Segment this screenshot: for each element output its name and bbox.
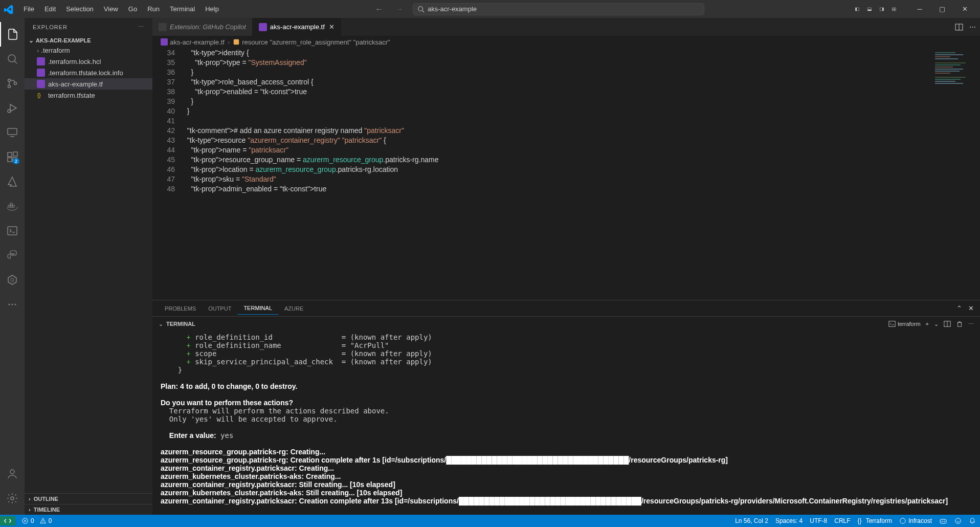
terminal-dropdown-icon[interactable]: ⌄ (934, 321, 939, 327)
svg-point-15 (8, 85, 11, 88)
menu-terminal[interactable]: Terminal (166, 3, 199, 15)
panel-tab-problems[interactable]: PROBLEMS (159, 302, 202, 315)
svg-rect-27 (10, 203, 12, 205)
activity-docker[interactable] (0, 194, 25, 218)
status-spaces[interactable]: Spaces: 4 (775, 517, 803, 524)
svg-rect-10 (893, 9, 894, 11)
terminal-split-icon[interactable] (944, 320, 951, 327)
menu-go[interactable]: Go (124, 3, 141, 15)
tree-folder-terraform[interactable]: › .terraform (25, 45, 152, 56)
svg-rect-51 (935, 64, 961, 65)
activity-extensions[interactable]: 2 (0, 145, 25, 169)
svg-rect-46 (935, 52, 955, 53)
outline-section[interactable]: › OUTLINE (25, 493, 152, 504)
nav-back-icon[interactable]: ← (372, 4, 386, 15)
activity-settings[interactable] (0, 486, 25, 511)
timeline-section[interactable]: › TIMELINE (25, 504, 152, 515)
svg-rect-56 (935, 77, 966, 78)
chevron-right-icon: › (29, 496, 31, 502)
panel-tab-azure[interactable]: AZURE (278, 302, 309, 315)
layout-customize-icon[interactable] (890, 5, 898, 13)
feedback-icon (954, 517, 962, 524)
svg-rect-28 (8, 227, 17, 235)
activity-source-control[interactable] (0, 71, 25, 96)
terminal-shell-indicator[interactable]: terraform (888, 320, 921, 327)
activity-kubernetes[interactable] (0, 268, 25, 292)
layout-left-icon[interactable] (853, 5, 861, 13)
tree-file-tfstate[interactable]: {} terraform.tfstate (25, 90, 152, 101)
chevron-right-icon: › (29, 507, 31, 513)
terminal-kill-icon[interactable] (956, 320, 963, 327)
menu-run[interactable]: Run (143, 3, 164, 15)
window-close-button[interactable]: ✕ (953, 2, 976, 17)
chevron-down-icon[interactable]: ⌄ (159, 321, 163, 327)
menu-selection[interactable]: Selection (62, 3, 97, 15)
svg-point-35 (11, 497, 14, 500)
tree-file-lock-hcl[interactable]: .terraform.lock.hcl (25, 56, 152, 67)
menu-file[interactable]: File (19, 3, 38, 15)
tab-github-copilot[interactable]: Extension: GitHub Copilot (152, 18, 253, 36)
panel-maximize-icon[interactable]: ⌃ (956, 304, 962, 312)
terminal-shell-icon (888, 320, 896, 327)
svg-rect-36 (37, 57, 45, 65)
svg-rect-9 (895, 8, 896, 9)
breadcrumb[interactable]: aks-acr-example.tf › resource "azurerm_r… (152, 36, 980, 48)
workspace-header[interactable]: ⌄ AKS-ACR-EXAMPLE (25, 36, 152, 45)
tab-aks-acr-example[interactable]: aks-acr-example.tf ✕ (253, 18, 341, 36)
editor-area: Extension: GitHub Copilot aks-acr-exampl… (152, 18, 980, 515)
status-bar: 0 0 Ln 56, Col 2 Spaces: 4 UTF-8 CRLF {}… (0, 515, 980, 527)
activity-search[interactable] (0, 47, 25, 71)
activity-terminal[interactable] (0, 218, 25, 243)
close-icon[interactable]: ✕ (329, 23, 335, 31)
tab-more-icon[interactable]: ⋯ (969, 23, 976, 31)
status-encoding[interactable]: UTF-8 (810, 517, 827, 524)
code-editor[interactable]: 343536373839404142434445464748 "tk-type"… (152, 48, 980, 300)
minimap[interactable] (929, 48, 980, 300)
panel-tab-terminal[interactable]: TERMINAL (237, 302, 278, 315)
status-notifications[interactable] (969, 517, 976, 524)
status-copilot[interactable] (939, 517, 947, 525)
status-problems[interactable]: 0 0 (21, 517, 52, 524)
tree-file-aks-acr-example[interactable]: aks-acr-example.tf (25, 78, 152, 90)
panel-close-icon[interactable]: ✕ (968, 304, 974, 312)
code-content[interactable]: "tk-type">identity { "tk-prop">type = "S… (183, 48, 929, 300)
tree-file-tfstate-lock[interactable]: .terraform.tfstate.lock.info (25, 67, 152, 78)
terminal-new-icon[interactable]: + (926, 321, 929, 327)
layout-right-icon[interactable] (878, 5, 886, 13)
svg-rect-53 (935, 69, 963, 70)
chevron-right-icon: › (37, 47, 39, 54)
status-feedback[interactable] (954, 517, 962, 524)
terminal-content[interactable]: + role_definition_id = (known after appl… (152, 331, 980, 515)
window-maximize-button[interactable]: ▢ (931, 2, 953, 17)
menu-view[interactable]: View (100, 3, 122, 15)
nav-forward-icon[interactable]: → (392, 4, 407, 15)
layout-bottom-icon[interactable] (865, 5, 874, 13)
status-cursor[interactable]: Ln 56, Col 2 (735, 517, 768, 524)
split-editor-icon[interactable] (955, 23, 963, 31)
status-eol[interactable]: CRLF (834, 517, 850, 524)
status-infracost[interactable]: Infracost (899, 517, 932, 524)
menu-edit[interactable]: Edit (40, 3, 60, 15)
activity-accounts[interactable] (0, 462, 25, 486)
activity-remote-explorer[interactable] (0, 120, 25, 145)
svg-rect-26 (12, 205, 14, 207)
sidebar-more-icon[interactable]: ⋯ (138, 24, 144, 30)
svg-rect-23 (13, 152, 17, 156)
panel-tab-output[interactable]: OUTPUT (202, 302, 237, 315)
svg-point-32 (12, 304, 13, 305)
status-language[interactable]: {}Terraform (858, 517, 892, 524)
menu-help[interactable]: Help (201, 3, 223, 15)
activity-run-debug[interactable] (0, 96, 25, 120)
terminal-more-icon[interactable]: ⋯ (968, 321, 974, 327)
svg-rect-48 (935, 56, 950, 57)
activity-azure[interactable] (0, 169, 25, 194)
bell-icon (969, 517, 976, 524)
activity-explorer[interactable] (0, 22, 25, 47)
window-minimize-button[interactable]: ─ (908, 2, 931, 17)
svg-rect-55 (935, 73, 950, 74)
svg-rect-60 (889, 321, 895, 327)
activity-python[interactable] (0, 243, 25, 268)
command-center[interactable]: aks-acr-example (413, 3, 704, 15)
activity-more[interactable] (0, 292, 25, 317)
status-remote[interactable] (0, 516, 15, 525)
